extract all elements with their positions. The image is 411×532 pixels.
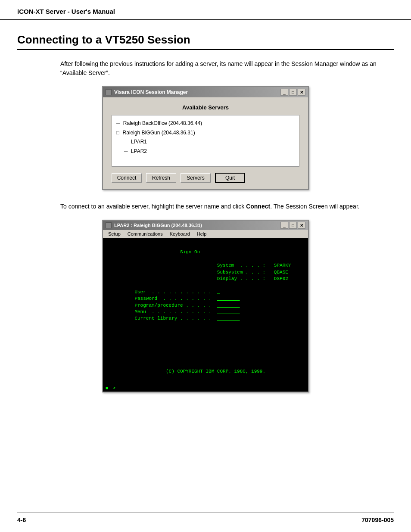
menu-communications[interactable]: Communications	[124, 231, 166, 237]
quit-button[interactable]: Quit	[215, 173, 245, 183]
tree-label-lpar2: LPAR2	[131, 148, 147, 154]
minimize-button[interactable]: _	[280, 89, 288, 96]
tree-connector-3: ─	[124, 139, 128, 145]
terminal-close-button[interactable]: ✕	[298, 222, 305, 229]
tree-item-lpar1[interactable]: ─ LPAR1	[124, 137, 295, 147]
terminal-window: LPAR2 : Raleigh BiGGun (204.48.36.31) _ …	[102, 220, 309, 392]
connect-button[interactable]: Connect	[112, 173, 142, 183]
terminal-titlebar-left: LPAR2 : Raleigh BiGGun (204.48.36.31)	[106, 222, 202, 228]
window-controls[interactable]: _ □ ✕	[280, 89, 305, 96]
tree-item-lpar2[interactable]: ─ LPAR2	[124, 147, 295, 156]
window-icon	[106, 89, 112, 95]
window-title: Visara ICON Session Manager	[114, 89, 188, 95]
available-servers-label: Available Servers	[112, 104, 299, 111]
close-button[interactable]: ✕	[298, 89, 305, 96]
page-footer: 4-6 707096-005	[17, 513, 394, 523]
terminal-window-controls[interactable]: _ □ ✕	[280, 222, 305, 229]
terminal-window-icon	[106, 222, 112, 228]
screen-content: Sign On System . . . . : SPARKY Subsyste…	[109, 249, 302, 374]
tree-connector-1: ─	[116, 120, 120, 126]
tree-label-lpar1: LPAR1	[131, 139, 147, 145]
maximize-button[interactable]: □	[289, 89, 297, 96]
terminal-minimize-button[interactable]: _	[280, 222, 288, 229]
footer-page-number: 4-6	[17, 516, 26, 523]
paragraph-2-bold: Connect	[246, 203, 270, 210]
paragraph-1: After following the previous instruction…	[60, 59, 394, 78]
tree-label-backoffice: Raleigh BackOffice (204.48.36.44)	[123, 120, 202, 126]
refresh-button[interactable]: Refresh	[146, 173, 176, 183]
session-manager-screenshot: Visara ICON Session Manager _ □ ✕ Availa…	[17, 86, 394, 190]
window-buttons: Connect Refresh Servers Quit	[112, 173, 299, 183]
status-cursor: ■	[106, 386, 109, 391]
terminal-maximize-button[interactable]: □	[289, 222, 297, 229]
terminal-menubar: Setup Communications Keyboard Help	[103, 230, 308, 238]
page-content: Connecting to a VT5250 Session After fol…	[0, 20, 411, 422]
tree-label-biggun: Raleigh BiGGun (204.48.36.31)	[123, 130, 195, 136]
paragraph-2-text1: To connect to an available server, highl…	[60, 203, 246, 210]
tree-connector-4: ─	[124, 148, 128, 154]
session-manager-titlebar: Visara ICON Session Manager _ □ ✕	[103, 87, 308, 97]
tree-connector-2: □	[116, 130, 119, 136]
status-prompt: >	[113, 386, 116, 391]
terminal-screen: Sign On System . . . . : SPARKY Subsyste…	[103, 238, 308, 385]
session-manager-body: Available Servers ─ Raleigh BackOffice (…	[103, 97, 308, 189]
menu-setup[interactable]: Setup	[105, 231, 124, 237]
terminal-statusbar: ■ >	[103, 385, 308, 392]
menu-keyboard[interactable]: Keyboard	[166, 231, 193, 237]
footer-doc-number: 707096-005	[361, 516, 394, 523]
header-title: iCON-XT Server - User's Manual	[17, 8, 115, 15]
paragraph-2: To connect to an available server, highl…	[60, 202, 394, 211]
menu-help[interactable]: Help	[193, 231, 210, 237]
servers-button[interactable]: Servers	[181, 173, 211, 183]
terminal-screenshot: LPAR2 : Raleigh BiGGun (204.48.36.31) _ …	[17, 220, 394, 392]
tree-item-backoffice[interactable]: ─ Raleigh BackOffice (204.48.36.44)	[116, 119, 295, 128]
terminal-window-title: LPAR2 : Raleigh BiGGun (204.48.36.31)	[114, 223, 202, 228]
paragraph-1-text: After following the previous instruction…	[60, 60, 377, 76]
servers-tree[interactable]: ─ Raleigh BackOffice (204.48.36.44) □ Ra…	[112, 115, 299, 167]
section-heading: Connecting to a VT5250 Session	[17, 33, 394, 50]
terminal-titlebar: LPAR2 : Raleigh BiGGun (204.48.36.31) _ …	[103, 221, 308, 230]
paragraph-2-text2: . The Session Screen will appear.	[270, 203, 360, 210]
tree-item-biggun[interactable]: □ Raleigh BiGGun (204.48.36.31)	[116, 128, 295, 138]
page-header: iCON-XT Server - User's Manual	[0, 0, 411, 20]
session-manager-window: Visara ICON Session Manager _ □ ✕ Availa…	[102, 86, 309, 190]
titlebar-left: Visara ICON Session Manager	[106, 89, 188, 95]
